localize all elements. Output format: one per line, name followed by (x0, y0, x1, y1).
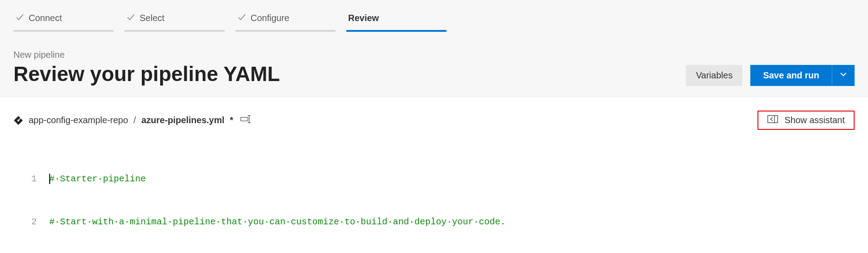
rename-icon[interactable] (240, 115, 252, 126)
page-title: Review your pipeline YAML (13, 62, 280, 86)
chevron-down-icon (839, 70, 847, 81)
line-number: 1 (13, 172, 49, 186)
code-text: #·Start·with·a·minimal·pipeline·that·you… (49, 215, 506, 229)
variables-button[interactable]: Variables (686, 65, 742, 86)
check-icon (15, 13, 24, 24)
step-label: Select (140, 13, 165, 23)
repo-icon (13, 116, 23, 125)
step-label: Configure (251, 13, 289, 23)
check-icon (126, 13, 135, 24)
file-bar: app-config-example-repo / azure-pipeline… (0, 97, 868, 134)
file-name[interactable]: azure-pipelines.yml (141, 115, 225, 125)
show-assistant-label: Show assistant (784, 115, 845, 125)
file-breadcrumb: app-config-example-repo / azure-pipeline… (13, 115, 252, 126)
breadcrumb-sep: / (133, 115, 136, 125)
show-assistant-button[interactable]: Show assistant (757, 111, 855, 130)
step-select[interactable]: Select (124, 9, 225, 32)
page-subtitle: New pipeline (13, 50, 280, 60)
step-review[interactable]: Review (346, 9, 447, 32)
svg-rect-3 (241, 117, 248, 121)
yaml-editor[interactable]: 1 #·Starter·pipeline 2 #·Start·with·a·mi… (0, 134, 868, 253)
step-connect[interactable]: Connect (13, 9, 114, 32)
check-icon (237, 13, 246, 24)
wizard-steps: Connect Select Configure Review (0, 9, 868, 32)
step-label: Review (348, 13, 379, 23)
dirty-indicator: * (230, 115, 234, 125)
title-block: New pipeline Review your pipeline YAML (13, 50, 280, 86)
svg-rect-5 (768, 116, 778, 123)
save-and-run-dropdown[interactable] (832, 65, 855, 86)
code-text: #·Starter·pipeline (49, 174, 146, 184)
panel-collapse-icon (767, 115, 778, 125)
save-and-run-button[interactable]: Save and run (750, 65, 832, 86)
header-actions: Variables Save and run (686, 65, 855, 86)
step-configure[interactable]: Configure (235, 9, 336, 32)
step-label: Connect (29, 13, 62, 23)
save-run-split-button: Save and run (750, 65, 855, 86)
editor-line[interactable]: 2 #·Start·with·a·minimal·pipeline·that·y… (13, 215, 855, 229)
pipeline-wizard-header: Connect Select Configure Review New pipe… (0, 0, 868, 97)
editor-line[interactable]: 1 #·Starter·pipeline (13, 172, 855, 186)
repo-name[interactable]: app-config-example-repo (29, 115, 128, 125)
line-number: 2 (13, 215, 49, 229)
